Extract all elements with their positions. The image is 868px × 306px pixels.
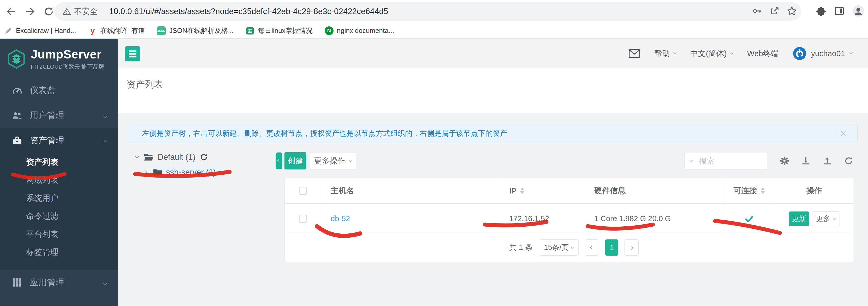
- chevron-down-icon: [570, 245, 574, 249]
- next-page-button[interactable]: [624, 239, 639, 255]
- pagination-total: 共 1 条: [509, 242, 533, 253]
- web-terminal-label: Web终端: [747, 48, 779, 59]
- tree-node-default[interactable]: Default (1): [136, 152, 208, 162]
- web-terminal-link[interactable]: Web终端: [747, 48, 779, 59]
- address-bar[interactable]: 不安全 10.0.0.61/ui/#/assets/assets?node=c3…: [54, 2, 801, 21]
- help-menu[interactable]: 帮助: [654, 48, 676, 59]
- table-tools: [684, 152, 854, 170]
- bookmark-nginx[interactable]: N nginx documenta...: [324, 26, 394, 35]
- messages-button[interactable]: [629, 49, 640, 58]
- users-icon: [11, 110, 23, 121]
- chevron-down-icon: [349, 158, 352, 162]
- sidebar-item-asset-list[interactable]: 资产列表: [0, 153, 118, 171]
- bookmark-json[interactable]: JSON JSON在线解析及格...: [157, 26, 234, 35]
- bookmark-linux-sheet[interactable]: 每日linux掌握情况: [246, 26, 312, 35]
- tree-node-ssh-server[interactable]: ssh-server (1): [144, 166, 220, 179]
- hostname-link[interactable]: db-52: [331, 214, 350, 223]
- column-label: IP: [509, 186, 517, 195]
- logo-title: JumpServer: [31, 47, 104, 61]
- import-download-icon[interactable]: [801, 156, 811, 165]
- column-reachable[interactable]: 可连接: [723, 178, 775, 204]
- mail-icon: [629, 49, 640, 58]
- tree-node-label[interactable]: ssh-server (1): [166, 167, 216, 177]
- row-checkbox[interactable]: [299, 215, 307, 223]
- row-hostname-cell: db-52: [321, 204, 501, 234]
- column-ip[interactable]: IP: [501, 178, 582, 204]
- sidebar-item-platform-list[interactable]: 平台列表: [0, 225, 118, 243]
- search-input[interactable]: [699, 157, 751, 165]
- row-more-button[interactable]: 更多: [812, 212, 840, 226]
- nginx-icon: N: [324, 26, 334, 35]
- not-secure-icon: [63, 7, 71, 16]
- url-text[interactable]: 10.0.0.61/ui/#/assets/assets?node=c35def…: [109, 7, 388, 16]
- sidebar-item-domain-list[interactable]: 网域列表: [0, 171, 118, 189]
- language-label: 中文(简体): [690, 48, 727, 59]
- sort-icon[interactable]: [761, 188, 765, 194]
- export-upload-icon[interactable]: [823, 156, 832, 165]
- tree-node-label[interactable]: Default (1): [158, 152, 195, 162]
- reload-icon: [43, 6, 54, 17]
- share-icon[interactable]: [769, 6, 779, 17]
- sidebar-item-app-management[interactable]: 应用管理: [0, 270, 118, 295]
- sidebar-item-asset-management[interactable]: 资产管理: [0, 128, 118, 153]
- select-all-checkbox[interactable]: [299, 187, 307, 195]
- bookmark-star-icon[interactable]: [786, 6, 797, 17]
- row-ip-cell: 172.16.1.52: [501, 204, 582, 234]
- pencil-icon: [4, 27, 12, 35]
- ip-value: 172.16.1.52: [509, 214, 549, 223]
- username-label: yuchao01: [811, 49, 845, 58]
- row-more-label: 更多: [816, 214, 830, 224]
- security-label[interactable]: 不安全: [74, 6, 98, 17]
- forward-button[interactable]: [24, 5, 36, 18]
- chevron-down-icon: [104, 278, 106, 287]
- sidebar-item-dashboard[interactable]: 仪表盘: [0, 78, 118, 103]
- password-key-icon[interactable]: [752, 6, 762, 17]
- browser-profile-avatar[interactable]: [852, 5, 864, 18]
- sidebar-item-system-users[interactable]: 系统用户: [0, 189, 118, 207]
- help-label: 帮助: [654, 48, 670, 59]
- jumpserver-logo[interactable]: JumpServer FIT2CLOUD飞致云 旗下品牌: [0, 39, 118, 73]
- extensions-icon[interactable]: [816, 6, 826, 17]
- column-label: 可连接: [734, 185, 757, 196]
- back-button[interactable]: [5, 5, 17, 18]
- user-menu[interactable]: yuchao01: [793, 47, 852, 60]
- more-actions-button[interactable]: 更多操作: [310, 152, 356, 170]
- table-refresh-icon[interactable]: [844, 156, 854, 165]
- sidebar-item-users[interactable]: 用户管理: [0, 103, 118, 128]
- sidebar-subitem-label: 命令过滤: [26, 211, 58, 222]
- search-box[interactable]: [684, 152, 768, 170]
- banner-close-icon[interactable]: ×: [840, 128, 846, 139]
- json-icon: JSON: [157, 26, 166, 35]
- table-settings-gear-icon[interactable]: [780, 156, 789, 165]
- chevron-down-icon[interactable]: [689, 158, 693, 162]
- side-panel-icon[interactable]: [834, 6, 844, 17]
- column-label: 操作: [806, 185, 822, 196]
- chevron-down-icon[interactable]: [135, 155, 139, 158]
- hamburger-menu-button[interactable]: [125, 46, 140, 61]
- tree-collapse-handle[interactable]: [276, 152, 282, 169]
- language-menu[interactable]: 中文(简体): [690, 48, 733, 59]
- info-banner-text: 左侧是资产树，右击可以新建、删除、更改树节点，授权资产也是以节点方式组织的，右侧…: [142, 128, 507, 139]
- sort-icon[interactable]: [520, 188, 524, 194]
- update-button[interactable]: 更新: [789, 212, 809, 226]
- page-size-select[interactable]: 15条/页: [539, 239, 579, 255]
- previous-page-button[interactable]: [585, 239, 599, 255]
- page-number-button[interactable]: 1: [605, 239, 618, 255]
- chevron-right-icon[interactable]: [144, 171, 147, 174]
- column-label: 主机名: [331, 185, 354, 196]
- reload-button[interactable]: [43, 5, 55, 18]
- sidebar: JumpServer FIT2CLOUD飞致云 旗下品牌 仪表盘 用户管理: [0, 39, 118, 306]
- bookmarks-bar: Excalidraw | Hand... y 在线翻译_有道 JSON JSON…: [0, 23, 868, 39]
- create-button[interactable]: 创建: [284, 152, 306, 170]
- sidebar-item-label-management[interactable]: 标签管理: [0, 243, 118, 261]
- reachable-check-icon: [745, 214, 754, 223]
- chevron-down-icon: [849, 51, 853, 55]
- bookmark-youdao[interactable]: y 在线翻译_有道: [88, 26, 145, 35]
- folder-open-icon: [144, 153, 154, 161]
- tree-refresh-icon[interactable]: [199, 153, 208, 161]
- bookmark-excalidraw[interactable]: Excalidraw | Hand...: [4, 27, 76, 35]
- sidebar-item-command-filter[interactable]: 命令过滤: [0, 207, 118, 225]
- grid-icon: [11, 278, 23, 287]
- chevron-down-icon: [730, 51, 734, 55]
- chevron-up-icon: [104, 135, 106, 146]
